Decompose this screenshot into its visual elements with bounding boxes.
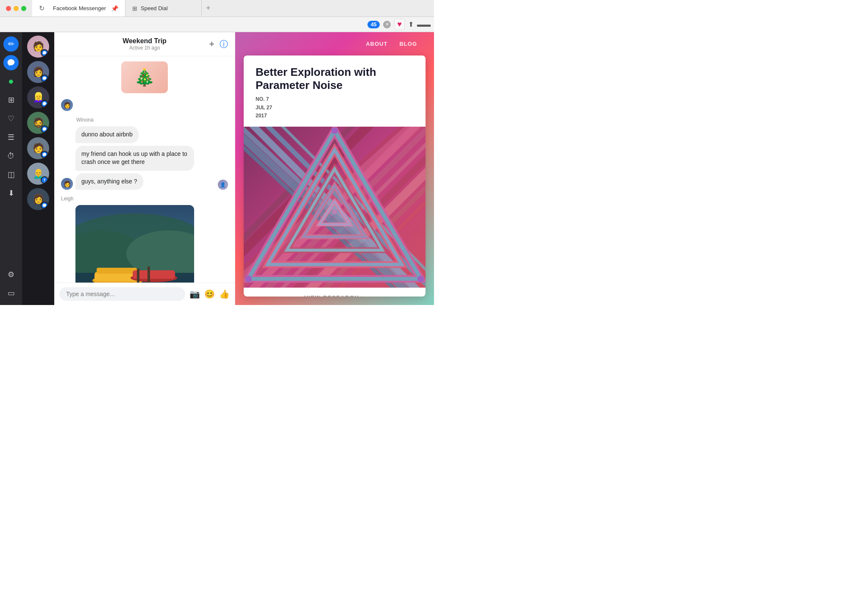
window-icon[interactable]: ▭ <box>3 286 19 301</box>
messenger-badge-5 <box>41 151 48 158</box>
winona-avatar: 👩 <box>61 99 73 111</box>
main-content: ✏ ● ⊞ ♡ ☰ ⏱ ◫ ⬇ ⚙ ▭ 🧑 👩 <box>0 32 434 305</box>
svg-rect-11 <box>147 266 150 283</box>
messenger-tab-title: Facebook Messenger <box>51 5 108 11</box>
messenger-badge-1 <box>41 49 48 57</box>
heart-sidebar-icon[interactable]: ♡ <box>3 111 19 126</box>
svg-rect-10 <box>137 269 139 283</box>
camera-icon[interactable]: 📷 <box>189 289 200 299</box>
speed-dial-tab-title: Speed Dial <box>141 5 168 11</box>
settings-icon[interactable]: ⚙ <box>3 267 19 282</box>
blog-link[interactable]: BLOG <box>399 41 417 47</box>
article-card: Better Exploration with Parameter Noise … <box>244 55 426 297</box>
info-button[interactable]: ⓘ <box>220 39 228 50</box>
close-button[interactable] <box>6 6 11 11</box>
messenger-sidebar: ✏ ● ⊞ ♡ ☰ ⏱ ◫ ⬇ ⚙ ▭ <box>0 32 22 305</box>
chat-title: Weekend Trip <box>122 37 167 45</box>
reload-icon[interactable]: ↻ <box>39 4 45 12</box>
article-issue: NO. 7 <box>256 96 269 102</box>
download-icon[interactable]: ⬇ <box>3 186 19 201</box>
message-input[interactable] <box>59 287 185 301</box>
chat-header-actions: + ⓘ <box>209 39 228 50</box>
article-meta: NO. 7 JUL 27 2017 <box>256 95 414 120</box>
about-link[interactable]: ABOUT <box>366 41 387 47</box>
browser-content: ABOUT BLOG Better Exploration with Param… <box>235 32 434 305</box>
contact-avatar-5[interactable]: 🧑 <box>27 137 49 159</box>
leigh-label: Leigh <box>61 196 73 202</box>
contact-avatar-1[interactable]: 🧑 <box>27 36 49 58</box>
svg-rect-7 <box>97 268 137 274</box>
chat-messages: 🎄 👩 Winona dunno about airbnb my friend … <box>54 56 235 283</box>
sticker-image: 🎄 <box>61 61 228 93</box>
messenger-badge-7 <box>41 202 48 209</box>
tab-messenger[interactable]: ↻ Facebook Messenger 📌 <box>32 0 125 17</box>
traffic-lights <box>0 6 32 11</box>
chat-panel: Weekend Trip Active 1h ago + ⓘ 🎄 👩 <box>54 32 235 305</box>
tab-bar: ↻ Facebook Messenger 📌 ⊞ Speed Dial + <box>32 0 434 17</box>
contact-avatar-2[interactable]: 👩 <box>27 61 49 83</box>
messenger-badge-4 <box>41 125 48 133</box>
winona-label: Winona <box>76 117 94 123</box>
contact-avatar-7[interactable]: 👩 <box>27 188 49 210</box>
document-icon[interactable]: ☰ <box>3 130 19 145</box>
whatsapp-icon[interactable]: ● <box>3 74 19 89</box>
contact-avatar-6[interactable]: 👨‍🦲 f <box>27 163 49 185</box>
bubble-friend-hook: my friend can hook us up with a place to… <box>75 146 194 171</box>
notification-badge: 45 <box>367 21 380 28</box>
tab-speed-dial[interactable]: ⊞ Speed Dial <box>125 0 202 17</box>
article-footer: VIEW RESEARCH > <box>244 288 426 297</box>
messenger-icon[interactable] <box>3 55 19 70</box>
battery-icon: ▬▬ <box>417 21 431 28</box>
article-header: Better Exploration with Parameter Noise … <box>244 55 426 127</box>
article-date-2: 2017 <box>256 113 267 119</box>
clock-icon[interactable]: ⏱ <box>3 148 19 164</box>
minimize-button[interactable] <box>14 6 19 11</box>
cube-icon[interactable]: ◫ <box>3 167 19 182</box>
emoji-icon[interactable]: 😊 <box>204 289 215 299</box>
browser-nav: ABOUT BLOG <box>244 41 426 55</box>
compose-icon[interactable]: ✏ <box>3 36 19 52</box>
message-row-friend: my friend can hook us up with a place to… <box>61 146 228 171</box>
badge-close-button[interactable]: ✕ <box>383 21 391 28</box>
new-tab-button[interactable]: + <box>202 4 215 13</box>
message-row-dunno: dunno about airbnb <box>61 126 228 143</box>
bubble-dunno-airbnb: dunno about airbnb <box>75 126 139 143</box>
chat-header: Weekend Trip Active 1h ago + ⓘ <box>54 32 235 56</box>
view-research-button[interactable]: VIEW RESEARCH > <box>304 294 365 297</box>
right-avatar-guys: 👤 <box>218 180 228 190</box>
winona-avatar-2: 👩 <box>61 178 73 190</box>
contact-avatar-4[interactable]: 🧔 <box>27 112 49 134</box>
bubble-guys-anything: guys, anything else ? <box>75 173 143 190</box>
contact-avatar-3[interactable]: 👱‍♀️ <box>27 86 49 108</box>
address-bar: 45 ✕ ♥ ⬆ ▬▬ <box>0 17 434 32</box>
grid-icon: ⊞ <box>132 5 137 12</box>
contact-list: 🧑 👩 👱‍♀️ 🧔 <box>22 32 54 305</box>
title-bar: ↻ Facebook Messenger 📌 ⊞ Speed Dial + <box>0 0 434 17</box>
chat-input-row: 📷 😊 👍 <box>54 283 235 305</box>
chat-subtitle: Active 1h ago <box>122 45 167 51</box>
add-participant-button[interactable]: + <box>209 39 214 50</box>
messenger-badge-2 <box>41 75 48 82</box>
svg-point-44 <box>331 127 338 134</box>
pin-icon[interactable]: 📌 <box>111 5 118 12</box>
svg-point-42 <box>245 275 252 282</box>
svg-point-41 <box>332 210 337 214</box>
svg-point-43 <box>417 275 424 282</box>
apps-icon[interactable]: ⊞ <box>3 92 19 108</box>
article-title: Better Exploration with Parameter Noise <box>256 66 414 92</box>
article-date-1: JUL 27 <box>256 105 272 111</box>
messenger-app: ✏ ● ⊞ ♡ ☰ ⏱ ◫ ⬇ ⚙ ▭ 🧑 👩 <box>0 32 235 305</box>
heart-icon[interactable]: ♥ <box>394 19 405 30</box>
fullscreen-button[interactable] <box>21 6 26 11</box>
messenger-badge-3 <box>41 100 48 108</box>
article-image <box>244 127 426 288</box>
share-icon[interactable]: ⬆ <box>408 20 414 28</box>
message-row-guys: 👩 guys, anything else ? 👤 <box>61 173 228 190</box>
fb-badge-6: f <box>41 176 48 184</box>
article-meta-info: NO. 7 JUL 27 2017 <box>256 95 272 120</box>
leigh-photo <box>75 205 194 283</box>
winona-avatar-row: 👩 <box>61 99 73 111</box>
like-icon[interactable]: 👍 <box>219 289 230 299</box>
message-row-leigh-image: 👱‍♀️ <box>61 205 228 283</box>
